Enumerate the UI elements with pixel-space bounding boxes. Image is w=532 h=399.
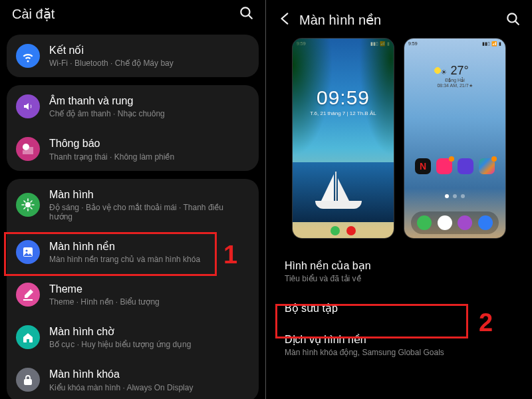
weather-widget: ☀ 27° Đặng Hải 08:34 AM, 21/7★ (404, 64, 505, 88)
settings-item-wallpaper[interactable]: Màn hình nềnMàn hình nền trang chủ và mà… (7, 231, 259, 273)
item-subtitle: Wi-Fi · Bluetooth · Chế độ Máy bay (49, 59, 174, 68)
settings-list: Kết nốiWi-Fi · Bluetooth · Chế độ Máy ba… (7, 35, 259, 399)
homescreen-preview[interactable]: 9:59▮▮▯ 📶 ▮ ☀ 27° Đặng Hải 08:34 AM, 21/… (404, 39, 505, 238)
wallpaper-pane: Màn hình nền 9:59▮▮▯ 📶 ▮ 09:59 T.6, 21 t… (266, 0, 532, 399)
item-subtitle: Màn hình nền trang chủ và màn hình khóa (49, 255, 200, 264)
settings-item-theme[interactable]: ThemeTheme · Hình nền · Biểu tượng (7, 273, 259, 316)
wallpaper-menu-yours[interactable]: Hình nền của bạnTiêu biểu và đã tải về (273, 250, 525, 293)
back-icon[interactable] (278, 11, 293, 29)
wallpaper-header: Màn hình nền (273, 5, 525, 35)
wifi-icon (16, 44, 40, 68)
item-text: ThemeTheme · Hình nền · Biểu tượng (49, 283, 160, 307)
app-row: N (410, 158, 500, 174)
settings-group: Màn hìnhĐộ sáng · Bảo vệ cho mắt thoải m… (7, 179, 259, 399)
home-icon (16, 325, 40, 349)
item-subtitle: Kiểu khóa màn hình · Always On Display (49, 383, 193, 392)
item-title: Âm thanh và rung (49, 94, 165, 107)
lock-dock (293, 226, 394, 235)
settings-item-lock[interactable]: Màn hình khóaKiểu khóa màn hình · Always… (7, 358, 259, 399)
item-text: Âm thanh và rungChế độ âm thanh · Nhạc c… (49, 94, 165, 118)
item-subtitle: Bố cục · Huy hiệu biểu tượng ứng dụng (49, 340, 191, 349)
status-bar: 9:59▮▮▯ 📶 ▮ (408, 41, 501, 47)
item-title: Màn hình khóa (49, 368, 193, 380)
item-text: Màn hình chờBố cục · Huy hiệu biểu tượng… (49, 325, 191, 349)
item-title: Màn hình (49, 188, 248, 201)
menu-title: Hình nền của bạn (285, 259, 513, 272)
step2-label: 2 (479, 309, 493, 337)
item-subtitle: Theme · Hình nền · Biểu tượng (49, 297, 160, 307)
lock-clock: 09:59 (293, 86, 394, 109)
item-text: Màn hình khóaKiểu khóa màn hình · Always… (49, 368, 193, 392)
item-title: Kết nối (49, 44, 174, 57)
item-subtitle: Thanh trạng thái · Không làm phiền (49, 152, 174, 162)
item-title: Màn hình chờ (49, 325, 191, 338)
settings-item-notify[interactable]: Thông báoThanh trạng thái · Không làm ph… (7, 128, 259, 170)
settings-group: Âm thanh và rungChế độ âm thanh · Nhạc c… (7, 85, 259, 170)
lock-icon (16, 368, 40, 392)
lockscreen-preview[interactable]: 9:59▮▮▯ 📶 ▮ 09:59 T.6, 21 tháng 7 | 12 T… (293, 39, 394, 238)
search-icon[interactable] (239, 5, 253, 23)
settings-item-display[interactable]: Màn hìnhĐộ sáng · Bảo vệ cho mắt thoải m… (7, 179, 259, 231)
item-text: Kết nốiWi-Fi · Bluetooth · Chế độ Máy ba… (49, 44, 174, 68)
wallpaper-previews: 9:59▮▮▯ 📶 ▮ 09:59 T.6, 21 tháng 7 | 12 T… (273, 39, 525, 238)
notify-icon (16, 137, 40, 161)
search-icon[interactable] (505, 11, 520, 29)
item-title: Thông báo (49, 137, 174, 150)
menu-subtitle: Màn hình khóa động, Samsung Global Goals (285, 348, 513, 357)
item-text: Màn hìnhĐộ sáng · Bảo vệ cho mắt thoải m… (49, 188, 248, 221)
sound-icon (16, 94, 40, 118)
settings-pane: Cài đặt Kết nốiWi-Fi · Bluetooth · Chế đ… (0, 0, 266, 399)
theme-icon (16, 283, 40, 307)
step1-label: 1 (223, 241, 237, 269)
item-text: Màn hình nềnMàn hình nền trang chủ và mà… (49, 240, 200, 264)
item-subtitle: Độ sáng · Bảo vệ cho mắt thoải mái · Tha… (49, 203, 248, 221)
settings-group: Kết nốiWi-Fi · Bluetooth · Chế độ Máy ba… (7, 35, 259, 77)
page-title: Màn hình nền (299, 12, 505, 28)
settings-item-connections[interactable]: Kết nốiWi-Fi · Bluetooth · Chế độ Máy ba… (7, 35, 259, 77)
menu-subtitle: Tiêu biểu và đã tải về (285, 274, 513, 283)
item-title: Màn hình nền (49, 240, 200, 253)
item-subtitle: Chế độ âm thanh · Nhạc chuông (49, 109, 165, 118)
page-indicator (410, 194, 500, 198)
item-title: Theme (49, 283, 160, 295)
lock-date: T.6, 21 tháng 7 | 12 Th.B ÂL (293, 110, 394, 116)
home-dock (411, 211, 499, 234)
page-title: Cài đặt (12, 6, 239, 22)
settings-item-sound[interactable]: Âm thanh và rungChế độ âm thanh · Nhạc c… (7, 85, 259, 128)
settings-header: Cài đặt (7, 5, 259, 23)
item-text: Thông báoThanh trạng thái · Không làm ph… (49, 137, 174, 161)
settings-item-home[interactable]: Màn hình chờBố cục · Huy hiệu biểu tượng… (7, 316, 259, 358)
display-icon (16, 193, 40, 217)
wallpaper-icon (16, 240, 40, 264)
